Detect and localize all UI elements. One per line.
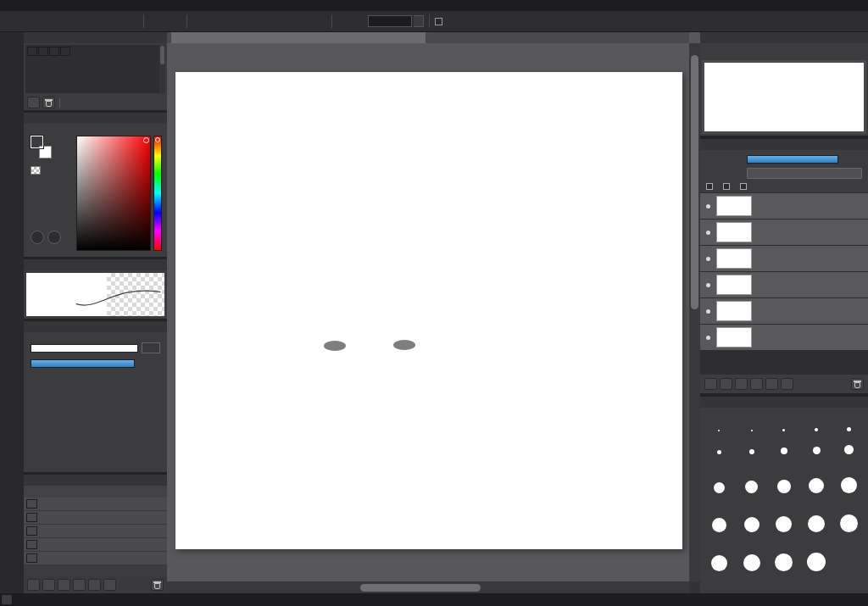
brush-menu-icon[interactable] xyxy=(73,579,86,591)
layer-row[interactable] xyxy=(700,246,868,271)
delete-layer-icon[interactable] xyxy=(851,378,864,390)
brush-row[interactable] xyxy=(24,498,167,511)
flip-horizontal-icon[interactable] xyxy=(799,45,814,58)
scroll-up-icon[interactable] xyxy=(689,43,700,53)
clipping-option[interactable] xyxy=(723,183,732,190)
brush-size-slider[interactable] xyxy=(31,344,138,353)
duplicate-layer-icon[interactable] xyxy=(720,378,732,390)
antialias-icon[interactable] xyxy=(337,14,353,29)
zoom-tool-icon[interactable] xyxy=(3,347,21,366)
brush-size-value[interactable] xyxy=(142,342,160,353)
saturation-value-picker[interactable] xyxy=(76,136,151,251)
transfer-layer-icon[interactable] xyxy=(735,378,748,390)
reset-view-icon[interactable] xyxy=(815,45,830,58)
brush-row[interactable] xyxy=(24,552,167,565)
zoom-in-icon[interactable] xyxy=(703,45,717,58)
select-rect-tool-icon[interactable] xyxy=(3,215,21,234)
layer-opacity-slider[interactable] xyxy=(747,155,838,164)
brush-row-selected[interactable] xyxy=(24,525,167,538)
rotate-left-icon[interactable] xyxy=(767,45,782,58)
gradient-tool-icon[interactable] xyxy=(3,193,21,212)
palette-scrollbar[interactable] xyxy=(159,45,165,93)
move-tool-icon[interactable] xyxy=(3,127,21,146)
layer-row[interactable] xyxy=(700,298,868,324)
scroll-down-icon[interactable] xyxy=(689,572,700,581)
layer-row[interactable] xyxy=(700,220,868,245)
bucket-tool-icon[interactable] xyxy=(3,171,21,190)
brush-size-option[interactable] xyxy=(800,434,832,457)
brush-size-option[interactable] xyxy=(833,411,865,434)
brush-opacity-slider[interactable] xyxy=(31,359,135,368)
edit-brush-icon[interactable] xyxy=(58,579,70,591)
brush-mode-icon[interactable] xyxy=(192,14,208,29)
layer-visibility-icon[interactable] xyxy=(706,283,710,287)
layer-visibility-icon[interactable] xyxy=(706,231,710,235)
brush-size-option[interactable] xyxy=(768,434,800,457)
add-swatch-icon[interactable] xyxy=(27,97,40,108)
color-wheel-icon[interactable] xyxy=(31,231,44,244)
brush-size-option[interactable] xyxy=(703,457,735,496)
canvas-viewport[interactable] xyxy=(167,43,689,581)
wave-mode-icon[interactable] xyxy=(277,14,292,29)
brush-size-option[interactable] xyxy=(833,496,865,535)
brush-size-option[interactable] xyxy=(768,411,800,434)
save-as-icon[interactable] xyxy=(72,14,87,29)
mesh-mode-icon[interactable] xyxy=(226,14,242,29)
export-icon[interactable] xyxy=(89,14,104,29)
lock-checkbox[interactable] xyxy=(740,183,747,190)
vertical-scrollbar[interactable] xyxy=(689,43,700,581)
transparent-color-chip[interactable] xyxy=(31,166,41,175)
lock-option[interactable] xyxy=(740,183,749,190)
brush-group-row[interactable] xyxy=(24,486,167,498)
brush-size-option[interactable] xyxy=(768,457,800,496)
add-layer-icon[interactable] xyxy=(704,378,717,390)
brush-row[interactable] xyxy=(24,538,167,552)
clipping-checkbox[interactable] xyxy=(723,183,730,190)
brush-size-option[interactable] xyxy=(800,496,832,535)
scroll-left-icon[interactable] xyxy=(167,581,176,593)
select-pen-tool-icon[interactable] xyxy=(3,105,21,124)
vertical-scroll-thumb[interactable] xyxy=(691,55,698,309)
brush-size-option[interactable] xyxy=(800,535,832,574)
palette-swatch[interactable] xyxy=(49,47,59,56)
move-up-icon[interactable] xyxy=(27,579,40,591)
brush-size-option[interactable] xyxy=(735,496,767,535)
marquee-tool-icon[interactable] xyxy=(3,83,21,102)
protect-alpha-checkbox[interactable] xyxy=(706,183,713,190)
scatter-mode-icon[interactable] xyxy=(209,14,225,29)
new-file-icon[interactable] xyxy=(21,14,36,29)
open-file-icon[interactable] xyxy=(38,14,53,29)
brush-size-option[interactable] xyxy=(833,457,865,496)
eyedropper-tool-icon[interactable] xyxy=(3,370,21,388)
lasso-tool-icon[interactable] xyxy=(3,237,21,256)
brush-size-option[interactable] xyxy=(703,535,735,574)
rotate-right-icon[interactable] xyxy=(783,45,798,58)
protect-alpha-option[interactable] xyxy=(706,183,715,190)
brush-folder-icon[interactable] xyxy=(88,579,101,591)
layer-visibility-icon[interactable] xyxy=(706,257,710,261)
mirror-mode-icon[interactable] xyxy=(243,14,259,29)
merge-layer-icon[interactable] xyxy=(765,378,778,390)
brush-size-option[interactable] xyxy=(768,496,800,535)
magic-wand-tool-icon[interactable] xyxy=(3,259,21,278)
document-tab[interactable] xyxy=(171,32,426,43)
layer-visibility-icon[interactable] xyxy=(706,336,710,340)
brush-tool-icon[interactable] xyxy=(3,39,21,58)
soft-edge-checkbox[interactable] xyxy=(435,18,442,25)
brush-size-option[interactable] xyxy=(735,535,767,574)
layer-row[interactable] xyxy=(700,193,868,219)
scroll-right-icon[interactable] xyxy=(680,581,689,593)
divide-tool-icon[interactable] xyxy=(3,303,21,322)
navigator-preview[interactable] xyxy=(702,60,866,134)
brush-size-option[interactable] xyxy=(735,434,767,457)
layer-folder-icon[interactable] xyxy=(750,378,763,390)
brush-size-option[interactable] xyxy=(703,496,735,535)
ring-mode-icon[interactable] xyxy=(294,14,309,29)
delete-swatch-icon[interactable] xyxy=(42,97,55,108)
duplicate-brush-icon[interactable] xyxy=(103,579,116,591)
brush-size-option[interactable] xyxy=(735,457,767,496)
status-panel-icon[interactable] xyxy=(2,595,12,604)
layer-row-selected[interactable] xyxy=(700,325,868,350)
hand-tool-icon[interactable] xyxy=(3,392,21,410)
brush-size-option[interactable] xyxy=(833,434,865,457)
